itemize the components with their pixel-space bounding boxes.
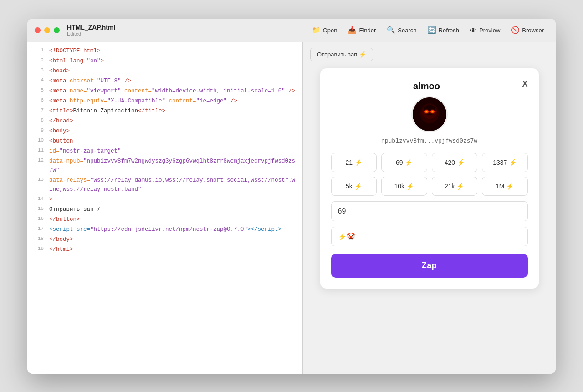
line-content: data-relays="wss://relay.damus.io,wss://… (49, 176, 297, 194)
open-button[interactable]: 📁 Open (307, 24, 342, 36)
code-line: 14> (27, 194, 302, 204)
file-status: Edited (67, 31, 115, 36)
code-line: 2<html lang="en"> (27, 56, 302, 66)
comment-input[interactable] (331, 227, 528, 246)
amount-grid: 21 ⚡69 ⚡420 ⚡1337 ⚡5k ⚡10k ⚡21k ⚡1M ⚡ (331, 153, 528, 196)
line-content: <title>Bitcoin Zaptraction</title> (49, 107, 297, 116)
amount-button[interactable]: 420 ⚡ (432, 153, 478, 172)
line-content: > (49, 195, 297, 204)
code-line: 8</head> (27, 116, 302, 126)
code-line: 13data-relays="wss://relay.damus.io,wss:… (27, 175, 302, 194)
amount-input-wrapper (331, 201, 528, 221)
browser-button[interactable]: 🚫 Browser (506, 24, 548, 36)
close-button[interactable] (35, 27, 41, 33)
line-number: 9 (31, 127, 44, 135)
code-line: 1<!DOCTYPE html> (27, 46, 302, 56)
refresh-label: Refresh (439, 27, 460, 34)
profile-name: almoo (331, 81, 528, 92)
line-content: <body> (49, 127, 297, 136)
code-editor[interactable]: 1<!DOCTYPE html>2<html lang="en">3<head>… (27, 42, 303, 374)
code-line: 10<button (27, 136, 302, 146)
line-content: <!DOCTYPE html> (49, 46, 297, 56)
maximize-button[interactable] (54, 27, 60, 33)
modal-close-button[interactable]: X (522, 79, 527, 89)
code-line: 3<head> (27, 66, 302, 76)
line-content: </html> (49, 245, 297, 254)
line-number: 17 (31, 225, 44, 233)
pubkey: npub1zvvv8fm...vpjfwsd0zs7w (331, 137, 528, 144)
line-number: 15 (31, 205, 44, 213)
code-line: 4<meta charset="UTF-8" /> (27, 76, 302, 86)
code-line: 9<body> (27, 126, 302, 136)
amount-button[interactable]: 1337 ⚡ (482, 153, 528, 172)
code-line: 11id="nostr-zap-target" (27, 146, 302, 156)
line-number: 2 (31, 56, 44, 65)
line-number: 8 (31, 117, 44, 125)
main-content: 1<!DOCTYPE html>2<html lang="en">3<head>… (27, 42, 556, 374)
open-label: Open (323, 27, 338, 34)
amount-button[interactable]: 10k ⚡ (381, 177, 427, 196)
line-number: 6 (31, 97, 44, 105)
preview-panel: Отправить зап ⚡ X almoo (303, 42, 556, 374)
browser-label: Browser (522, 27, 544, 34)
avatar-image (413, 97, 446, 131)
svg-point-10 (424, 109, 430, 114)
amount-button[interactable]: 21k ⚡ (432, 177, 478, 196)
code-line: 6<meta http-equiv="X-UA-Compatible" cont… (27, 96, 302, 106)
avatar (411, 96, 448, 132)
zap-button[interactable]: Zap (331, 254, 528, 278)
minimize-button[interactable] (44, 27, 50, 33)
toolbar-actions: 📁 Open 📥 Finder 🔍 Search 🔄 Refresh 👁 Pre… (307, 24, 548, 36)
line-content: </head> (49, 117, 297, 126)
close-label: X (522, 79, 527, 88)
file-name: HTML_ZAP.html (67, 24, 115, 31)
line-number: 14 (31, 195, 44, 203)
line-number: 1 (31, 46, 44, 55)
app-window: HTML_ZAP.html Edited 📁 Open 📥 Finder 🔍 S… (27, 19, 556, 374)
amount-button[interactable]: 5k ⚡ (331, 177, 377, 196)
line-content: </button> (49, 215, 297, 224)
preview-button[interactable]: 👁 Preview (465, 24, 505, 36)
line-number: 19 (31, 245, 44, 253)
amount-button[interactable]: 69 ⚡ (381, 153, 427, 172)
refresh-icon: 🔄 (428, 26, 436, 34)
search-icon: 🔍 (387, 26, 395, 34)
line-content: <meta name="viewport" content="width=dev… (49, 87, 297, 96)
profile-section: almoo (331, 79, 528, 144)
search-button[interactable]: 🔍 Search (382, 24, 421, 36)
preview-icon: 👁 (470, 26, 477, 34)
amount-input[interactable] (331, 201, 528, 221)
line-content: <meta charset="UTF-8" /> (49, 76, 297, 86)
line-number: 4 (31, 76, 44, 85)
line-content: Отправить зап ⚡ (49, 205, 297, 214)
line-number: 7 (31, 107, 44, 115)
code-line: 5<meta name="viewport" content="width=de… (27, 86, 302, 96)
line-content: </body> (49, 235, 297, 244)
svg-point-11 (430, 109, 435, 114)
finder-icon: 📥 (348, 26, 357, 34)
code-line: 7<title>Bitcoin Zaptraction</title> (27, 106, 302, 116)
line-number: 3 (31, 66, 44, 75)
code-line: 12data-npub="npub1zvvv8fm7w2ngwdyszg3y6z… (27, 156, 302, 175)
line-number: 10 (31, 137, 44, 145)
code-line: 16</button> (27, 214, 302, 224)
finder-button[interactable]: 📥 Finder (343, 24, 380, 36)
line-number: 11 (31, 147, 44, 155)
line-number: 5 (31, 87, 44, 95)
line-content: <html lang="en"> (49, 56, 297, 66)
amount-button[interactable]: 21 ⚡ (331, 153, 377, 172)
line-content: <button (49, 137, 297, 146)
line-number: 18 (31, 235, 44, 243)
send-zap-button[interactable]: Отправить зап ⚡ (310, 48, 373, 61)
traffic-lights (35, 27, 60, 33)
browser-icon: 🚫 (511, 26, 520, 34)
search-label: Search (398, 27, 416, 34)
titlebar: HTML_ZAP.html Edited 📁 Open 📥 Finder 🔍 S… (27, 19, 556, 42)
file-info: HTML_ZAP.html Edited (67, 24, 115, 36)
line-content: <script src="https://cdn.jsdelivr.net/np… (49, 225, 297, 234)
amount-button[interactable]: 1M ⚡ (482, 177, 528, 196)
line-number: 13 (31, 176, 44, 184)
refresh-button[interactable]: 🔄 Refresh (423, 24, 464, 36)
finder-label: Finder (359, 27, 376, 34)
send-zap-label: Отправить зап ⚡ (317, 51, 366, 58)
